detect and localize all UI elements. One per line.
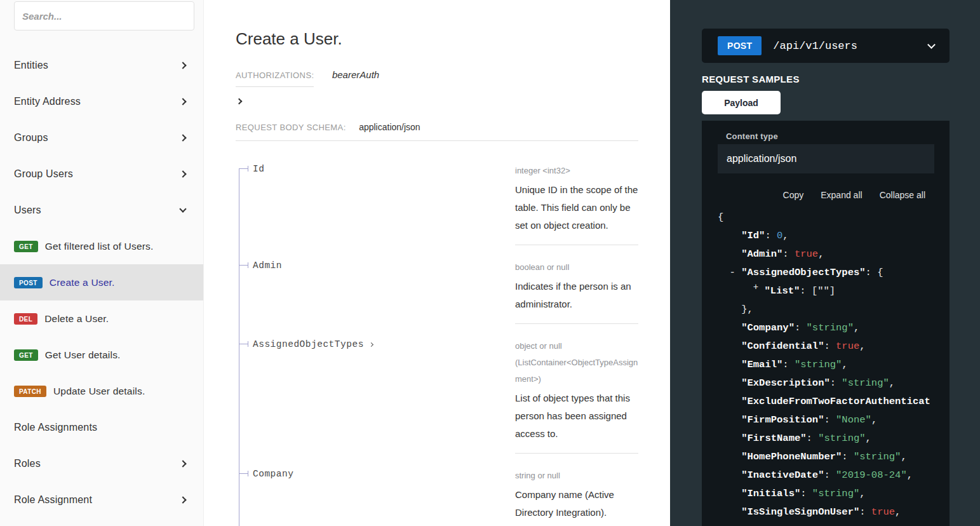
request-body-schema-row: REQUEST BODY SCHEMA: application/json <box>236 121 638 141</box>
field-type: integer <int32> <box>515 163 638 179</box>
api-path: /api/v1/users <box>773 40 929 52</box>
sidebar-item-label: Delete a User. <box>44 313 109 325</box>
sidebar-item-entity-address[interactable]: Entity Address <box>0 83 203 119</box>
search-input[interactable] <box>14 1 194 30</box>
schema-row-id: Idinteger <int32>Unique ID in the scope … <box>236 163 638 259</box>
sidebar-item-role-assignments[interactable]: Role Assignments <box>0 409 203 445</box>
sidebar-item-label: Role Assignment <box>14 494 92 506</box>
code-token: , <box>871 414 877 426</box>
code-token: , <box>859 488 865 499</box>
code-token: "ExcludeFromTwoFactorAuthenticat <box>741 396 930 407</box>
code-token: : <box>830 377 842 389</box>
expand-field-icon[interactable] <box>369 342 373 346</box>
sidebar-op-delete-a-user[interactable]: DELDelete a User. <box>0 300 203 337</box>
content-type-select[interactable]: application/json <box>718 144 934 173</box>
sidebar-item-group-users[interactable]: Group Users <box>0 156 203 192</box>
field-description: Indicates if the person is an administra… <box>515 278 638 313</box>
code-token: , <box>854 322 859 334</box>
tree-connector-tick <box>248 262 248 268</box>
tree-connector <box>239 473 248 474</box>
method-badge: POST <box>14 277 43 288</box>
code-token: : <box>782 248 795 260</box>
code-token: : <box>842 451 854 462</box>
field-name: Id <box>253 164 264 174</box>
sidebar-menu: EntitiesEntity AddressGroupsGroup UsersU… <box>0 47 203 518</box>
sidebar-item-label: Roles <box>14 458 41 469</box>
code-token <box>718 285 753 297</box>
code-token: "ExDescription" <box>741 377 830 389</box>
code-token: : <box>800 488 812 499</box>
code-line: "HomePhoneNumber": "string", <box>718 448 950 466</box>
code-token: "FirmPosition" <box>741 414 824 426</box>
code-token: "Admin" <box>741 248 782 260</box>
sidebar-item-roles[interactable]: Roles <box>0 445 203 482</box>
sidebar-item-role-assignment[interactable]: Role Assignment <box>0 482 203 518</box>
code-token: : <box>807 433 819 444</box>
code-line: "Email": "string", <box>718 356 950 374</box>
field-name[interactable]: AssignedObjectTypes <box>253 339 373 349</box>
sidebar-item-entities[interactable]: Entities <box>0 47 203 83</box>
chevron-right-icon <box>179 460 186 467</box>
code-token: , <box>895 506 901 518</box>
code-token <box>718 341 741 352</box>
code-token <box>758 285 764 297</box>
expand-all-button[interactable]: Expand all <box>821 190 862 200</box>
sidebar-op-update-user-details[interactable]: PATCHUpdate User details. <box>0 373 203 409</box>
code-line: "FirmPosition": "None", <box>718 411 950 429</box>
code-token: , <box>782 230 788 241</box>
api-endpoint-select[interactable]: POST /api/v1/users <box>702 29 950 63</box>
code-token: : <box>782 359 795 370</box>
code-token: 0 <box>777 230 782 241</box>
code-line: "FirstName": "string", <box>718 429 950 448</box>
code-token: : [""] <box>800 285 835 297</box>
collapse-all-button[interactable]: Collapse all <box>880 190 925 200</box>
field-type: boolean or null <box>515 259 638 276</box>
code-token <box>718 488 741 499</box>
code-token <box>718 322 741 334</box>
copy-button[interactable]: Copy <box>783 190 804 200</box>
sidebar-item-users[interactable]: Users <box>0 192 203 228</box>
code-token: "List" <box>765 285 800 297</box>
code-token <box>718 469 741 481</box>
code-token: "string" <box>854 451 901 462</box>
code-line: - "AssignedObjectTypes": { <box>718 264 950 282</box>
chevron-down-icon <box>927 41 936 49</box>
code-line: "Id": 0, <box>718 227 950 245</box>
code-token: : <box>795 322 807 334</box>
code-token: "Initials" <box>741 488 800 499</box>
authorizations-label: AUTHORIZATIONS: <box>236 71 314 87</box>
code-token <box>718 267 730 278</box>
search-box <box>0 0 203 30</box>
code-token <box>718 414 741 426</box>
code-token: , <box>901 451 906 462</box>
field-name-cell: Admin <box>236 259 515 338</box>
code-token: , <box>889 377 895 389</box>
sidebar-op-create-a-user[interactable]: POSTCreate a User. <box>0 264 203 300</box>
method-badge: GET <box>14 349 38 361</box>
code-token: , <box>818 248 824 260</box>
code-line: "ExcludeFromTwoFactorAuthenticat <box>718 393 950 411</box>
code-token: "HomePhoneNumber" <box>741 451 842 462</box>
code-token: { <box>718 212 723 223</box>
tree-connector-tick <box>248 166 248 172</box>
tree-connector <box>239 168 248 169</box>
code-token: : <box>824 341 836 352</box>
expand-authorizations-button[interactable] <box>237 96 247 106</box>
code-token: "IsSingleSignOnUser" <box>741 506 859 518</box>
sidebar-op-get-user-details[interactable]: GETGet User details. <box>0 337 203 373</box>
code-token <box>718 396 741 407</box>
collapse-node-toggle[interactable]: - <box>730 267 735 278</box>
code-token: "None" <box>836 414 871 426</box>
field-details-cell: object or null (ListContainer<ObjectType… <box>515 338 638 454</box>
expand-node-toggle[interactable]: + <box>753 282 758 292</box>
tab-payload[interactable]: Payload <box>702 91 781 114</box>
sidebar-item-groups[interactable]: Groups <box>0 119 203 156</box>
code-token: "Email" <box>741 359 782 370</box>
schema-row-company: Companystring or nullCompany name (Activ… <box>236 468 638 526</box>
sidebar-op-get-filtered-list-of-users[interactable]: GETGet filtered list of Users. <box>0 228 203 264</box>
sidebar-item-label: Update User details. <box>53 386 145 397</box>
authorizations-section: AUTHORIZATIONS: bearerAuth <box>236 69 638 106</box>
field-name-cell: Company <box>236 468 515 526</box>
code-token <box>718 230 741 241</box>
code-line: "ExDescription": "string", <box>718 374 950 393</box>
